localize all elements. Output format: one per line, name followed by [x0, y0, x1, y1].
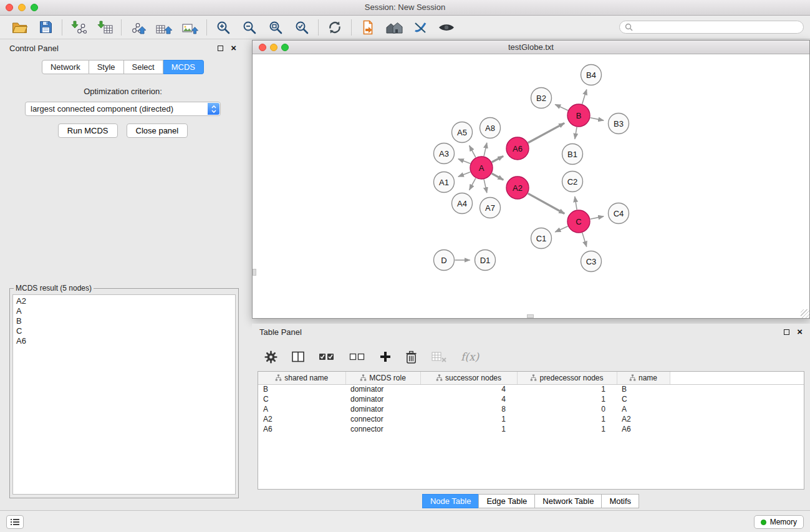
hide-selected-button[interactable] — [407, 17, 433, 37]
tab-network[interactable]: Network — [42, 60, 89, 74]
mcds-result-item[interactable]: A6 — [16, 336, 232, 346]
table-cell[interactable]: 4 — [420, 384, 517, 394]
delete-table-button[interactable] — [432, 351, 446, 363]
graph-edge-C-C3[interactable] — [582, 233, 587, 247]
graph-edge-A-A8[interactable] — [484, 143, 487, 157]
graph-node-B2[interactable]: B2 — [531, 88, 552, 109]
create-column-button[interactable] — [380, 351, 391, 362]
graph-node-A2[interactable]: A2 — [506, 177, 529, 199]
show-details-button[interactable] — [433, 17, 460, 37]
tab-mcds[interactable]: MCDS — [163, 60, 204, 74]
zoom-selected-button[interactable] — [289, 17, 315, 37]
memory-button[interactable]: Memory — [754, 515, 804, 529]
table-cell[interactable]: 1 — [420, 424, 517, 434]
close-panel-button[interactable]: Close panel — [127, 123, 188, 138]
table-cell[interactable]: dominator — [345, 384, 420, 394]
graph-node-B1[interactable]: B1 — [562, 144, 583, 165]
table-row[interactable]: Cdominator41C — [258, 394, 804, 404]
table-row[interactable]: Bdominator41B — [258, 384, 804, 394]
column-header-name[interactable]: name — [617, 372, 670, 384]
graph-edge-A-A4[interactable] — [470, 178, 476, 190]
table-cell[interactable]: 1 — [517, 424, 617, 434]
export-image-button[interactable] — [177, 17, 203, 37]
table-cell[interactable]: 0 — [517, 404, 617, 414]
select-all-button[interactable] — [319, 352, 335, 362]
zoom-out-button[interactable] — [236, 17, 263, 37]
table-cell[interactable]: A — [258, 404, 345, 414]
column-header-shared-name[interactable]: shared name — [258, 372, 345, 384]
resize-grip[interactable] — [801, 309, 809, 318]
mcds-result-item[interactable]: A — [16, 306, 232, 316]
minimize-network-window-button[interactable] — [270, 44, 277, 51]
table-settings-button[interactable] — [264, 351, 277, 364]
table-cell[interactable]: A6 — [617, 424, 670, 434]
graph-node-A4[interactable]: A4 — [452, 193, 473, 214]
graph-edge-B-B4[interactable] — [582, 89, 587, 104]
mcds-result-item[interactable]: A2 — [16, 296, 232, 306]
close-window-button[interactable] — [6, 4, 13, 11]
mcds-result-item[interactable]: C — [16, 326, 232, 336]
table-cell[interactable]: 1 — [517, 414, 617, 424]
graph-edge-A2-C[interactable] — [528, 193, 565, 213]
graph-node-A7[interactable]: A7 — [480, 198, 501, 218]
graph-edge-B-B1[interactable] — [575, 127, 577, 139]
export-table-button[interactable] — [151, 17, 177, 37]
table-row[interactable]: A6connector11A6 — [258, 424, 804, 434]
graph-node-A[interactable]: A — [470, 157, 493, 179]
zoom-in-button[interactable] — [210, 17, 236, 37]
show-all-button[interactable] — [381, 17, 407, 37]
run-mcds-button[interactable]: Run MCDS — [58, 123, 118, 138]
save-session-button[interactable] — [32, 17, 59, 37]
graph-node-A1[interactable]: A1 — [434, 172, 455, 193]
table-cell[interactable]: 1 — [517, 394, 617, 404]
graph-node-A3[interactable]: A3 — [434, 143, 455, 164]
refresh-layout-button[interactable] — [322, 17, 348, 37]
mcds-result-item[interactable]: B — [16, 316, 232, 326]
close-network-window-button[interactable] — [259, 44, 266, 51]
graph-node-A6[interactable]: A6 — [506, 137, 529, 160]
table-cell[interactable]: A — [617, 404, 670, 414]
graph-node-A5[interactable]: A5 — [452, 122, 473, 143]
table-cell[interactable]: A6 — [258, 424, 345, 434]
import-table-button[interactable] — [92, 17, 118, 37]
first-neighbors-button[interactable] — [355, 17, 381, 37]
table-cell[interactable]: 1 — [420, 414, 517, 424]
graph-node-C2[interactable]: C2 — [562, 172, 583, 192]
graph-edge-A-A6[interactable] — [492, 156, 503, 162]
table-cell[interactable]: B — [617, 384, 670, 394]
table-row[interactable]: A2connector11A2 — [258, 414, 804, 424]
table-cell[interactable]: 8 — [420, 404, 517, 414]
table-cell[interactable]: A2 — [258, 414, 345, 424]
table-cell[interactable]: 1 — [517, 384, 617, 394]
minimize-window-button[interactable] — [18, 4, 26, 11]
table-cell[interactable]: connector — [345, 424, 420, 434]
close-panel-icon[interactable]: × — [231, 44, 236, 52]
table-cell[interactable]: connector — [345, 414, 420, 424]
graph-node-C[interactable]: C — [567, 210, 590, 233]
graph-edge-B-B3[interactable] — [591, 118, 604, 120]
float-table-panel-icon[interactable] — [784, 329, 789, 335]
table-cell[interactable]: dominator — [345, 394, 420, 404]
graph-edge-C-C1[interactable] — [555, 226, 567, 232]
tab-select[interactable]: Select — [124, 60, 163, 74]
zoom-network-window-button[interactable] — [281, 44, 289, 51]
float-panel-icon[interactable] — [218, 46, 223, 51]
graph-edge-C-C2[interactable] — [575, 196, 577, 210]
graph-node-B4[interactable]: B4 — [581, 65, 602, 85]
table-cell[interactable]: C — [258, 394, 345, 404]
table-cell[interactable]: C — [617, 394, 670, 404]
tab-network-table[interactable]: Network Table — [534, 494, 602, 508]
graph-edge-A-A3[interactable] — [458, 159, 470, 163]
table-cell[interactable]: dominator — [345, 404, 420, 414]
delete-columns-button[interactable] — [405, 351, 417, 364]
graph-node-C3[interactable]: C3 — [581, 251, 602, 272]
graph-edge-C-C4[interactable] — [591, 216, 604, 219]
table-cell[interactable]: A2 — [617, 414, 670, 424]
graph-node-B3[interactable]: B3 — [609, 114, 629, 134]
vertical-scroll-indicator[interactable] — [253, 269, 256, 276]
tab-edge-table[interactable]: Edge Table — [478, 494, 535, 508]
search-input[interactable] — [636, 23, 798, 32]
graph-edge-B-B2[interactable] — [555, 104, 568, 110]
graph-edge-A-A7[interactable] — [484, 180, 487, 193]
graph-edge-A6-B[interactable] — [528, 123, 564, 143]
